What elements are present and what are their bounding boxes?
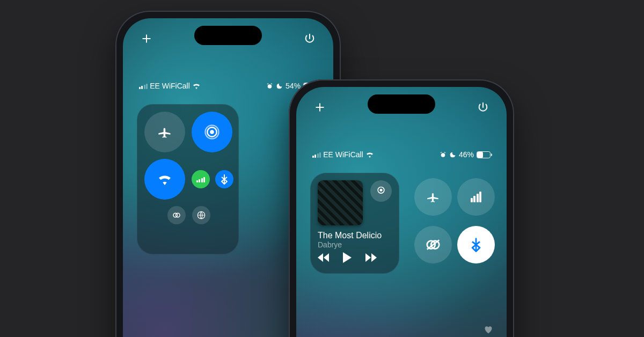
carrier-label: EE WiFiCall <box>323 150 363 159</box>
power-button[interactable] <box>474 99 492 116</box>
svg-point-7 <box>441 153 445 157</box>
control-center-top-bar <box>123 30 333 47</box>
hotspot-toggle[interactable] <box>167 206 186 224</box>
cellular-toggle[interactable] <box>457 178 495 216</box>
status-bar: EE WiFiCall 46% <box>296 150 507 159</box>
power-button[interactable] <box>301 30 318 47</box>
vpn-toggle[interactable] <box>192 206 210 224</box>
bluetooth-toggle[interactable] <box>215 170 233 188</box>
airplay-button[interactable] <box>370 180 392 202</box>
wifi-toggle[interactable] <box>144 159 185 200</box>
favorites-page-icon[interactable] <box>482 323 495 336</box>
dnd-icon <box>449 151 456 158</box>
hotspot-toggle[interactable] <box>414 226 452 263</box>
add-control-button[interactable] <box>138 30 155 47</box>
battery-percent: 54% <box>286 82 301 90</box>
wifi-icon <box>192 83 201 89</box>
cellular-signal-icon <box>312 151 321 158</box>
alarm-icon <box>440 151 447 158</box>
airdrop-toggle[interactable] <box>192 112 232 152</box>
cell-bt-pair <box>192 159 233 200</box>
rewind-button[interactable] <box>318 253 331 262</box>
play-button[interactable] <box>342 252 352 263</box>
alarm-icon <box>266 83 273 90</box>
control-center-screen: EE WiFiCall 46% <box>296 87 507 337</box>
svg-point-8 <box>380 189 383 192</box>
forward-button[interactable] <box>364 253 377 262</box>
airplane-toggle[interactable] <box>144 112 185 152</box>
dnd-icon <box>276 83 283 90</box>
album-art <box>318 180 363 225</box>
track-title: The Most Delicio <box>318 231 392 240</box>
battery-percent: 46% <box>459 150 474 159</box>
cellular-toggle[interactable] <box>192 170 210 188</box>
bluetooth-toggle[interactable] <box>457 226 495 263</box>
svg-point-0 <box>268 84 272 89</box>
now-playing-tile[interactable]: The Most Delicio Dabrye <box>310 173 399 274</box>
airplane-toggle[interactable] <box>414 178 452 216</box>
svg-point-1 <box>210 130 214 134</box>
phone-right: EE WiFiCall 46% <box>289 79 514 337</box>
add-control-button[interactable] <box>311 99 328 116</box>
page-indicator-sidebar <box>482 323 495 337</box>
wifi-icon <box>365 151 374 158</box>
control-center-top-bar <box>296 99 507 116</box>
connectivity-tile[interactable] <box>137 104 239 254</box>
control-grid: The Most Delicio Dabrye <box>310 173 493 274</box>
track-artist: Dabrye <box>318 240 392 249</box>
connectivity-tile <box>409 173 493 274</box>
battery-icon <box>477 151 491 158</box>
carrier-label: EE WiFiCall <box>150 82 190 90</box>
cellular-signal-icon <box>139 83 148 89</box>
